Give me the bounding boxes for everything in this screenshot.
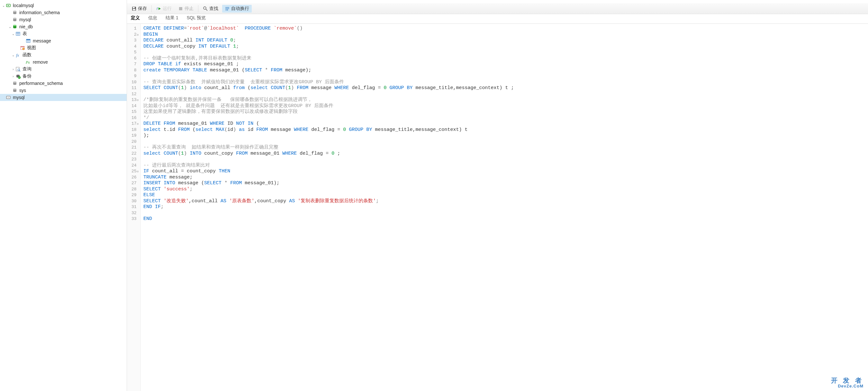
- code-line[interactable]: SELECT COUNT(1) into count_all from (sel…: [144, 85, 514, 91]
- code-editor[interactable]: 1 2⊟3 4 5 6 7 8 9 10 11 12 13⊟14 15 16 1…: [127, 24, 868, 391]
- code-line[interactable]: -- 查询去重后实际条数 并赋值给我们的变量 去重根据实际需求更改GROUP B…: [144, 80, 514, 86]
- line-number: 29: [131, 192, 138, 199]
- tree-label: mysql: [19, 17, 31, 22]
- sub-tab[interactable]: SQL 预览: [186, 13, 207, 24]
- tree-item-performance_schema[interactable]: performance_schema: [0, 80, 127, 87]
- sub-tab[interactable]: 结果 1: [164, 13, 180, 24]
- code-line[interactable]: BEGIN: [144, 32, 514, 38]
- run-button[interactable]: f 运行: [154, 5, 174, 12]
- tree-item-information_schema[interactable]: information_schema: [0, 9, 127, 16]
- sub-tab[interactable]: 定义: [129, 13, 141, 24]
- line-number: 6: [131, 56, 138, 62]
- tree-label: sys: [19, 88, 26, 93]
- tree-label: performance_schema: [19, 81, 63, 86]
- code-line[interactable]: */: [144, 115, 514, 121]
- code-line[interactable]: DECLARE count_all INT DEFAULT 0;: [144, 38, 514, 44]
- code-line[interactable]: [144, 73, 514, 80]
- code-line[interactable]: [144, 50, 514, 56]
- line-number: 31: [131, 204, 138, 210]
- database-icon: [12, 88, 18, 93]
- tree-item-nie_db[interactable]: ⌄ nie_db: [0, 23, 127, 30]
- code-line[interactable]: ELSE: [144, 192, 514, 199]
- code-line[interactable]: [144, 139, 514, 145]
- database-icon: [12, 17, 18, 22]
- svg-point-38: [204, 7, 206, 9]
- expander-icon[interactable]: ⌄: [11, 31, 16, 36]
- line-number: 32: [131, 210, 138, 216]
- code-line[interactable]: SELECT '改造失败',count_all AS '原表条数',count_…: [144, 199, 514, 205]
- code-line[interactable]: CREATE DEFINER=`root`@`localhost` PROCED…: [144, 26, 514, 32]
- connection-icon: [6, 95, 11, 100]
- svg-point-18: [23, 48, 25, 50]
- line-number: 16: [131, 115, 138, 121]
- tree-item-sys[interactable]: sys: [0, 87, 127, 94]
- line-number: 26: [131, 175, 138, 181]
- sub-tab[interactable]: 信息: [147, 13, 158, 24]
- tree-item-函数[interactable]: ⌄ fx 函数: [0, 52, 127, 59]
- code-line[interactable]: END IF;: [144, 204, 514, 210]
- code-content[interactable]: CREATE DEFINER=`root`@`localhost` PROCED…: [141, 24, 517, 391]
- code-line[interactable]: -- 进行最后两次查询结果比对: [144, 163, 514, 169]
- line-number: 2⊟: [131, 32, 138, 38]
- procedure-icon: Px: [26, 59, 31, 65]
- code-line[interactable]: IF count_all = count_copy THEN: [144, 169, 514, 175]
- code-line[interactable]: [144, 91, 514, 97]
- line-number: 8: [131, 67, 138, 73]
- tree-item-mysql[interactable]: mysql: [0, 16, 127, 23]
- code-line[interactable]: DROP TABLE if exists message_01 ;: [144, 61, 514, 67]
- expander-icon[interactable]: ⌄: [1, 3, 6, 8]
- wrap-icon: [225, 6, 230, 11]
- tree-item-表[interactable]: ⌄ 表: [0, 30, 127, 37]
- code-line[interactable]: END: [144, 216, 514, 222]
- code-line[interactable]: -- 再次不去重查询 如结果和查询结果一样则操作正确且完整: [144, 145, 514, 151]
- line-number: 1: [131, 26, 138, 32]
- tree-item-视图[interactable]: 视图: [0, 44, 127, 52]
- stop-label: 停止: [185, 6, 193, 11]
- tab-bar[interactable]: [127, 0, 868, 3]
- line-number: 20: [131, 139, 138, 145]
- code-line[interactable]: select t.id FROM (select MAX(id) as id F…: [144, 127, 514, 133]
- line-number: 24: [131, 163, 138, 169]
- code-line[interactable]: /*删除复制表的重复数据并保留一条 保留哪条数据可以自己根据跳进调节，: [144, 97, 514, 103]
- database-tree[interactable]: ⌄ localmysql information_schema mysql ⌄ …: [0, 0, 127, 391]
- tree-item-备份[interactable]: › 备份: [0, 73, 127, 80]
- stop-icon: [178, 6, 183, 11]
- expander-icon[interactable]: ⌄: [8, 24, 12, 29]
- code-line[interactable]: TRUNCATE message;: [144, 175, 514, 181]
- expander-icon[interactable]: ›: [11, 67, 16, 71]
- code-line[interactable]: DECLARE count_copy INT DEFAULT 1;: [144, 44, 514, 50]
- code-line[interactable]: select COUNT(1) INTO count_copy FROM mes…: [144, 151, 514, 157]
- tree-item-mysql[interactable]: mysql: [0, 94, 127, 101]
- code-line[interactable]: create TEMPORARY TABLE message_01 (SELEC…: [144, 67, 514, 73]
- toolbar: 保存 f 运行 停止 查找: [127, 3, 868, 14]
- code-line[interactable]: );: [144, 133, 514, 139]
- code-line[interactable]: DELETE FROM message_01 WHERE ID NOT IN (: [144, 121, 514, 127]
- line-number: 28: [131, 186, 138, 192]
- query-icon: [16, 66, 21, 72]
- find-button[interactable]: 查找: [200, 5, 221, 12]
- expander-icon[interactable]: ›: [11, 74, 16, 79]
- tree-label: nie_db: [19, 24, 33, 29]
- code-line[interactable]: 比如最小id等等， 就是条件问题 还有就是去重根据实际需求更改GROUP BY …: [144, 103, 514, 109]
- line-number: 7: [131, 61, 138, 67]
- save-button[interactable]: 保存: [129, 5, 150, 12]
- svg-rect-8: [16, 32, 20, 35]
- tree-item-localmysql[interactable]: ⌄ localmysql: [0, 2, 127, 9]
- expander-icon[interactable]: ⌄: [11, 53, 16, 57]
- app-root: ⌄ localmysql information_schema mysql ⌄ …: [0, 0, 868, 391]
- code-line[interactable]: INSERT INTO message (SELECT * FROM messa…: [144, 180, 514, 186]
- tree-label: 查询: [23, 66, 31, 72]
- code-line[interactable]: SELECT 'success';: [144, 186, 514, 192]
- tree-item-查询[interactable]: › 查询: [0, 66, 127, 73]
- line-number: 15: [131, 109, 138, 115]
- svg-rect-37: [179, 7, 182, 10]
- tree-item-remove[interactable]: Px remove: [0, 59, 127, 66]
- code-line[interactable]: [144, 210, 514, 216]
- main-area: 保存 f 运行 停止 查找: [127, 0, 868, 391]
- code-line[interactable]: 这里如果使用了逻辑删除，有需要保留数据的可以改成修改逻辑删除字段: [144, 109, 514, 115]
- tree-item-message[interactable]: message: [0, 37, 127, 44]
- wrap-button[interactable]: 自动换行: [222, 5, 252, 12]
- code-line[interactable]: [144, 157, 514, 163]
- line-number: 21: [131, 145, 138, 151]
- code-line[interactable]: -- 创建一个临时复制表,并将目标表数据复制进来: [144, 56, 514, 62]
